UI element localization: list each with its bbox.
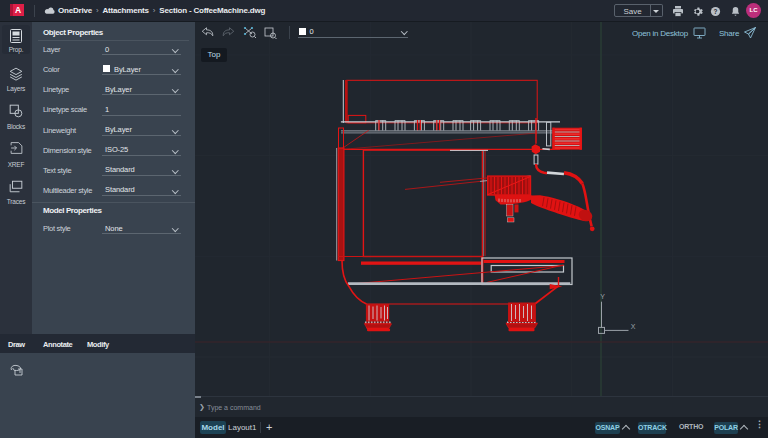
svg-text:A: A xyxy=(15,5,21,15)
svg-text:?: ? xyxy=(714,8,718,15)
svg-text:Y: Y xyxy=(600,293,605,300)
svg-text:X: X xyxy=(631,323,636,330)
